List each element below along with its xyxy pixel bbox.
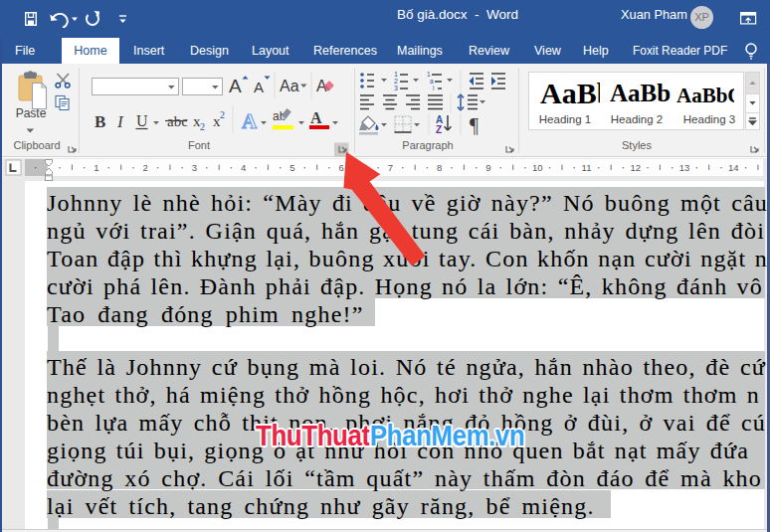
svg-text:14: 14 <box>728 162 739 173</box>
svg-text:A: A <box>310 109 322 126</box>
svg-text:B: B <box>95 112 105 131</box>
svg-text:i: i <box>433 85 434 91</box>
svg-text:I: I <box>116 112 124 131</box>
svg-text:2: 2 <box>394 78 398 85</box>
svg-text:A: A <box>254 79 264 95</box>
svg-text:U: U <box>136 112 148 129</box>
svg-text:2: 2 <box>220 109 225 120</box>
svg-text:2: 2 <box>143 162 148 173</box>
svg-text:1: 1 <box>427 71 431 78</box>
svg-text:¶: ¶ <box>470 114 479 136</box>
svg-text:A: A <box>242 109 258 133</box>
svg-text:1: 1 <box>94 162 98 173</box>
svg-text:Z: Z <box>436 124 442 135</box>
svg-text:11: 11 <box>582 162 592 173</box>
svg-text:9: 9 <box>485 162 490 173</box>
svg-text:a: a <box>430 78 434 85</box>
svg-text:Aa: Aa <box>280 78 299 94</box>
svg-text:2: 2 <box>200 121 205 132</box>
svg-text:12: 12 <box>630 162 641 173</box>
svg-text:3: 3 <box>394 85 398 91</box>
svg-text:4: 4 <box>241 162 246 173</box>
svg-text:13: 13 <box>679 162 690 173</box>
svg-text:10: 10 <box>532 162 543 173</box>
svg-text:A: A <box>229 76 242 96</box>
svg-text:5: 5 <box>289 162 294 173</box>
svg-text:3: 3 <box>192 162 197 173</box>
svg-text:Paste: Paste <box>16 106 47 120</box>
svg-text:1: 1 <box>394 71 398 78</box>
